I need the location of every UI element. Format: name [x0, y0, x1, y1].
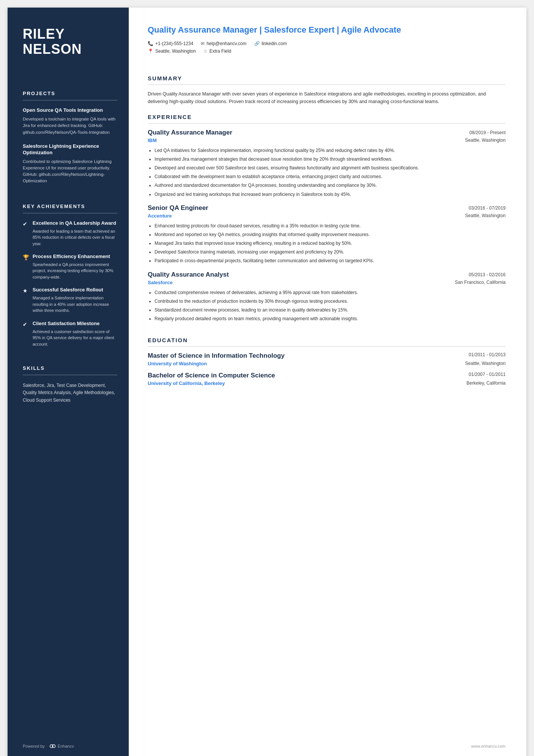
- job-1-bullet-2: Implemented Jira management strategies t…: [155, 156, 506, 163]
- job-3-bullet-1: Conducted comprehensive reviews of deliv…: [155, 289, 506, 296]
- project-desc-2: Contributed to optimizing Salesforce Lig…: [23, 158, 117, 185]
- main-footer: www.enhancv.com: [148, 736, 506, 748]
- edu-2-degree: Bachelor of Science in Computer Science: [148, 372, 275, 379]
- contact-phone: 📞 +1-(234)-555-1234: [148, 41, 193, 46]
- job-3-company: Salesforce: [148, 280, 173, 285]
- achievement-title-3: Successful Salesforce Rollout: [33, 287, 117, 293]
- achievements-section-title: KEY ACHIEVEMENTS: [23, 203, 117, 209]
- contact-row-1: 📞 +1-(234)-555-1234 ✉ help@enhancv.com 🔗…: [148, 41, 506, 46]
- job-2-company-row: Accenture Seattle, Washington: [148, 213, 506, 219]
- job-3-header: Quality Assurance Analyst 05/2013 - 02/2…: [148, 271, 506, 279]
- projects-divider: [23, 100, 117, 100]
- edu-1-school: University of Washington: [148, 361, 207, 366]
- summary-section-title: SUMMARY: [148, 75, 506, 81]
- experience-section-title: EXPERIENCE: [148, 114, 506, 120]
- sidebar: RILEY NELSON PROJECTS Open Source QA Too…: [8, 8, 129, 756]
- email-text: help@enhancv.com: [206, 41, 246, 46]
- edu-2-school: University of California, Berkeley: [148, 380, 225, 386]
- job-3-bullet-4: Regularly produced detailed reports on t…: [155, 315, 506, 322]
- phone-icon: 📞: [148, 41, 153, 46]
- project-item-2: Salesforce Lightning Experience Optimiza…: [23, 143, 117, 185]
- candidate-name: RILEY NELSON: [23, 27, 117, 56]
- job-2-bullet-4: Developed Salesforce training materials,…: [155, 249, 506, 256]
- location-text: Seattle, Washington: [155, 49, 196, 54]
- achievements-list: ✔ Excellence in QA Leadership Award Awar…: [23, 220, 117, 354]
- linkedin-text: linkedin.com: [262, 41, 287, 46]
- job-1-bullet-4: Collaborated with the development team t…: [155, 173, 506, 180]
- job-3-date: 05/2013 - 02/2016: [469, 272, 506, 277]
- job-2-bullet-2: Monitored and reported on key QA metrics…: [155, 231, 506, 238]
- job-2-header: Senior QA Engineer 03/2016 - 07/2019: [148, 204, 506, 212]
- achievement-desc-2: Spearheaded a QA process improvement pro…: [33, 261, 117, 280]
- achievement-icon-3: ★: [23, 288, 29, 313]
- extra-text: Extra Field: [209, 49, 231, 54]
- contact-email: ✉ help@enhancv.com: [201, 41, 246, 46]
- achievement-icon-4: ✔: [23, 321, 29, 347]
- job-1-bullet-1: Led QA initiatives for Salesforce implem…: [155, 147, 506, 154]
- job-1-location: Seattle, Washington: [465, 138, 506, 143]
- contact-extra: ☆ Extra Field: [203, 49, 231, 54]
- job-1-header: Quality Assurance Manager 08/2019 - Pres…: [148, 129, 506, 136]
- projects-list: Open Source QA Tools Integration Develop…: [23, 107, 117, 192]
- projects-section-title: PROJECTS: [23, 91, 117, 96]
- achievement-title-1: Excellence in QA Leadership Award: [33, 220, 117, 227]
- sidebar-footer: Powered by Enhancv: [23, 733, 117, 748]
- enhancv-brand-name: Enhancv: [58, 744, 74, 748]
- edu-2-school-row: University of California, Berkeley Berke…: [148, 380, 506, 386]
- job-2-title: Senior QA Engineer: [148, 204, 208, 212]
- contact-linkedin: 🔗 linkedin.com: [254, 41, 287, 46]
- achievement-title-4: Client Satisfaction Milestone: [33, 321, 117, 327]
- job-2-bullet-5: Participated in cross-departmental proje…: [155, 257, 506, 265]
- job-1-company-row: IBM Seattle, Washington: [148, 138, 506, 143]
- achievement-desc-3: Managed a Salesforce implementation resu…: [33, 295, 117, 314]
- powered-by-label: Powered by: [23, 744, 45, 748]
- experience-divider: [148, 123, 506, 124]
- job-1-date: 08/2019 - Present: [470, 130, 506, 135]
- achievement-icon-1: ✔: [23, 221, 29, 247]
- education-2: Bachelor of Science in Computer Science …: [148, 372, 506, 391]
- edu-2-header: Bachelor of Science in Computer Science …: [148, 372, 506, 379]
- contact-row-2: 📍 Seattle, Washington ☆ Extra Field: [148, 49, 506, 54]
- job-2-bullet-3: Managed Jira tasks that improved issue t…: [155, 240, 506, 247]
- main-content: Quality Assurance Manager | Salesforce E…: [129, 8, 526, 756]
- achievement-title-2: Process Efficiency Enhancement: [33, 254, 117, 260]
- job-2-location: Seattle, Washington: [465, 213, 506, 219]
- achievements-divider: [23, 213, 117, 213]
- edu-2-date: 01/2007 - 01/2011: [469, 372, 506, 377]
- education-section-title: EDUCATION: [148, 337, 506, 343]
- footer-url: www.enhancv.com: [471, 744, 506, 748]
- achievement-item-1: ✔ Excellence in QA Leadership Award Awar…: [23, 220, 117, 247]
- project-item-1: Open Source QA Tools Integration Develop…: [23, 107, 117, 136]
- linkedin-icon: 🔗: [254, 41, 260, 46]
- education-1: Master of Science in Information Technol…: [148, 352, 506, 372]
- resume-container: RILEY NELSON PROJECTS Open Source QA Too…: [8, 8, 526, 756]
- job-3-bullet-2: Contributed to the reduction of producti…: [155, 298, 506, 305]
- summary-divider: [148, 85, 506, 85]
- enhancv-logo: Enhancv: [48, 744, 74, 748]
- job-3: Quality Assurance Analyst 05/2013 - 02/2…: [148, 271, 506, 329]
- edu-1-date: 01/2011 - 01/2013: [469, 352, 506, 357]
- achievement-item-2: 🏆 Process Efficiency Enhancement Spearhe…: [23, 254, 117, 280]
- job-2-bullets: Enhanced testing protocols for cloud-bas…: [148, 222, 506, 265]
- job-3-bullets: Conducted comprehensive reviews of deliv…: [148, 289, 506, 323]
- job-2-company: Accenture: [148, 213, 172, 219]
- job-1: Quality Assurance Manager 08/2019 - Pres…: [148, 129, 506, 204]
- job-2: Senior QA Engineer 03/2016 - 07/2019 Acc…: [148, 204, 506, 271]
- skills-text: Salesforce, Jira, Test Case Development,…: [23, 382, 117, 404]
- phone-text: +1-(234)-555-1234: [155, 41, 193, 46]
- edu-1-header: Master of Science in Information Technol…: [148, 352, 506, 360]
- job-3-company-row: Salesforce San Francisco, California: [148, 280, 506, 285]
- skills-section-title: SKILLS: [23, 365, 117, 371]
- contact-location: 📍 Seattle, Washington: [148, 49, 196, 54]
- enhancv-logo-icon: [48, 744, 56, 748]
- skills-divider: [23, 375, 117, 375]
- project-desc-1: Developed a toolchain to integrate QA to…: [23, 116, 117, 136]
- job-1-bullet-5: Authored and standardized documentation …: [155, 182, 506, 189]
- project-title-1: Open Source QA Tools Integration: [23, 107, 117, 114]
- edu-1-school-row: University of Washington Seattle, Washin…: [148, 361, 506, 366]
- edu-2-location: Berkeley, California: [467, 380, 506, 386]
- achievement-desc-1: Awarded for leading a team that achieved…: [33, 228, 117, 247]
- job-1-bullets: Led QA initiatives for Salesforce implem…: [148, 147, 506, 198]
- achievement-item-3: ★ Successful Salesforce Rollout Managed …: [23, 287, 117, 313]
- job-1-bullet-6: Organized and led training workshops tha…: [155, 191, 506, 198]
